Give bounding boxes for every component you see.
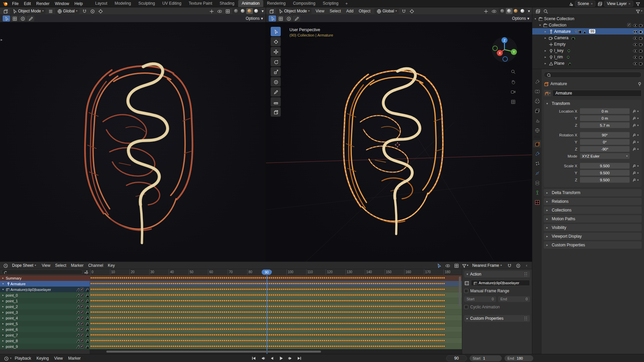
editor-type-icon[interactable]	[268, 8, 275, 14]
toolbar-expand-icon[interactable]: ▸	[1, 38, 3, 42]
modifiers-icon[interactable]	[75, 288, 79, 291]
keyframe-lane[interactable]	[90, 287, 462, 292]
filter-chevron-icon[interactable]: ▾	[641, 9, 642, 12]
collapsed-panel-header[interactable]: ▸ Custom Properties	[544, 241, 642, 249]
action-name-field[interactable]: Armature|clip0|baselayer	[471, 280, 530, 286]
expand-icon[interactable]: ▸	[1, 345, 5, 348]
channel-point-5[interactable]: ▸ point_5 ✓	[0, 321, 90, 326]
hide-eye-icon[interactable]	[633, 42, 637, 46]
location-x-field[interactable]: 0 m	[580, 108, 630, 114]
workspace-tab[interactable]: Layout	[92, 0, 111, 7]
shading-wireframe-icon[interactable]	[499, 8, 506, 14]
frame-start-field[interactable]: Start1	[470, 355, 502, 361]
keyframe-lane[interactable]	[90, 321, 462, 326]
animate-dot[interactable]	[636, 125, 640, 126]
expand-icon[interactable]: ▾	[538, 23, 542, 27]
transform-orientation-dropdown[interactable]: Global▾	[55, 8, 79, 14]
outliner-row-camera[interactable]: ▸ Camera	[532, 35, 644, 41]
play-button[interactable]	[277, 355, 285, 361]
modifiers-icon[interactable]	[75, 322, 79, 325]
frame-end-field[interactable]: End180	[504, 355, 533, 361]
expand-icon[interactable]: ▸	[544, 55, 547, 59]
outliner-row-armature[interactable]: ▸ Armature 99	[532, 28, 644, 35]
expand-icon[interactable]: ▸	[1, 328, 5, 331]
lock-icon[interactable]	[85, 310, 89, 314]
lock-icon[interactable]	[632, 116, 636, 120]
only-selected-filter-icon[interactable]	[435, 262, 442, 268]
topbar-menu[interactable]: Help	[72, 1, 86, 7]
mute-checkbox-icon[interactable]: ✓	[80, 339, 84, 343]
modifiers-icon[interactable]	[75, 316, 79, 320]
dope-sheet-menu[interactable]: Channel	[86, 262, 106, 268]
tool-transform[interactable]	[271, 77, 281, 86]
hide-eye-icon[interactable]	[633, 48, 637, 53]
scale-z-field[interactable]: 9.500	[580, 177, 630, 183]
workspace-tab[interactable]: Sculpting	[135, 0, 159, 7]
transform-panel-header[interactable]: ▾ Transform	[544, 100, 642, 107]
render-visibility-icon[interactable]	[639, 23, 643, 27]
tab-output[interactable]	[533, 97, 541, 105]
channel-action-baselayer[interactable]: ▾ Armature|clip0|baselayer ✓	[0, 287, 90, 292]
scene-unlink-icon[interactable]: ×	[591, 2, 593, 6]
show-overlays-icon[interactable]	[216, 8, 223, 14]
keyframes[interactable]	[90, 309, 445, 315]
editor-type-icon[interactable]	[534, 8, 541, 14]
tool-cursor[interactable]	[271, 37, 281, 46]
mute-checkbox-icon[interactable]: ✓	[80, 288, 84, 291]
scale-x-field[interactable]: 9.500	[580, 163, 630, 169]
hide-eye-icon[interactable]	[633, 55, 637, 59]
panel-drag-handle[interactable]	[524, 272, 528, 276]
snap-icon[interactable]	[400, 8, 407, 14]
shading-solid-icon[interactable]	[239, 8, 246, 14]
lock-icon[interactable]	[632, 164, 636, 168]
keyframes[interactable]	[90, 338, 445, 343]
collapsed-panel-header[interactable]: ▸ Visibility	[544, 224, 642, 231]
lock-icon[interactable]	[85, 333, 89, 337]
custom-properties-panel-header[interactable]: ▸ Custom Properties	[464, 315, 530, 322]
mute-checkbox-icon[interactable]: ✓	[80, 299, 84, 303]
lock-icon[interactable]	[85, 322, 89, 325]
snap-mode-dropdown[interactable]: Nearest Frame▾	[470, 262, 504, 268]
current-frame-field[interactable]: 90	[446, 355, 467, 361]
shading-solid-icon[interactable]	[506, 8, 513, 14]
lock-icon[interactable]	[85, 345, 89, 348]
light-data-icon[interactable]	[566, 49, 570, 52]
animate-dot[interactable]	[636, 172, 640, 174]
jump-to-start-button[interactable]	[250, 355, 258, 361]
tab-object[interactable]	[533, 140, 541, 147]
manual-frame-range-checkbox[interactable]	[464, 289, 468, 293]
lock-icon[interactable]	[85, 293, 89, 297]
expand-icon[interactable]: ▸	[1, 294, 5, 297]
animate-dot[interactable]	[636, 118, 640, 119]
mode-dropdown[interactable]: Object Mode▾	[10, 8, 46, 14]
tool-measure[interactable]	[271, 97, 281, 107]
transform-orientation-dropdown[interactable]: Global▾	[374, 8, 399, 14]
collapsed-panel-header[interactable]: ▸ Collections	[544, 206, 642, 214]
tab-particles[interactable]	[533, 160, 541, 167]
view-layer-browse-icon[interactable]	[597, 1, 602, 6]
tab-modifiers[interactable]	[533, 150, 541, 157]
panel-drag-handle[interactable]	[524, 316, 528, 320]
play-reverse-button[interactable]	[268, 355, 276, 361]
lock-icon[interactable]	[85, 327, 89, 331]
viewport-menu[interactable]: Select	[327, 8, 343, 14]
keyframes[interactable]	[90, 344, 445, 349]
mesh-data-icon[interactable]	[582, 29, 586, 33]
dope-sheet-menu[interactable]: Marker	[69, 262, 86, 268]
keyframes[interactable]	[90, 292, 445, 298]
proportional-editing-icon[interactable]	[97, 8, 104, 14]
animate-dot[interactable]	[636, 111, 640, 112]
modifiers-icon[interactable]	[75, 345, 79, 348]
add-workspace-button[interactable]: +	[343, 0, 351, 7]
channel-summary[interactable]: ▸ Summary	[0, 275, 90, 281]
tab-view-layer[interactable]	[533, 107, 541, 114]
topbar-menu[interactable]: Window	[52, 1, 72, 7]
tab-texture[interactable]	[533, 198, 541, 206]
topbar-menu[interactable]: File	[9, 1, 21, 7]
mode-options-icon[interactable]	[47, 8, 54, 14]
lock-icon[interactable]	[85, 288, 89, 291]
keyframes[interactable]	[90, 298, 445, 303]
animate-dot[interactable]	[636, 141, 640, 143]
select-circle-button[interactable]	[285, 15, 292, 21]
modifiers-icon[interactable]	[75, 339, 79, 343]
